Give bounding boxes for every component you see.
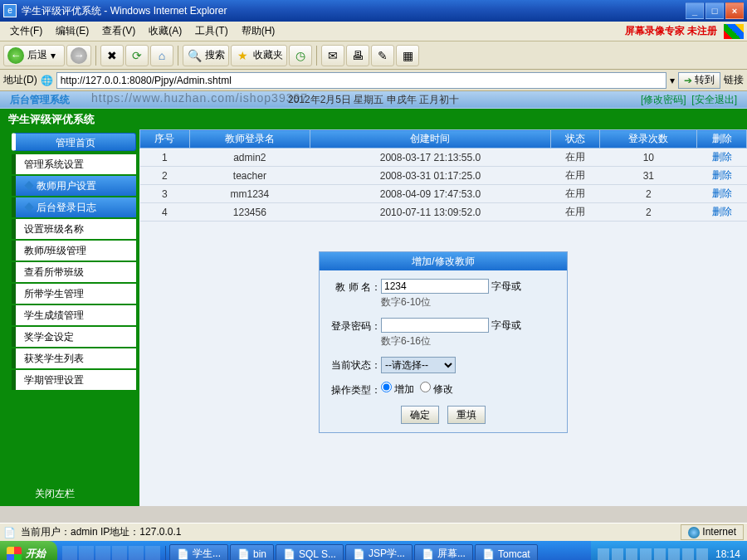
page-status-icon: 📄 — [3, 527, 16, 538]
sidebar-item-8[interactable]: 奖学金设定 — [12, 327, 136, 347]
sidebar-item-0[interactable]: 管理系统设置 — [12, 154, 136, 174]
cell-state: 在用 — [550, 149, 600, 167]
close-sidebar-link[interactable]: 关闭左栏 — [3, 479, 139, 506]
menu-help[interactable]: 帮助(H) — [235, 24, 282, 38]
tray-icon[interactable] — [612, 548, 623, 560]
op-modify-radio[interactable]: 修改 — [420, 383, 453, 395]
go-button[interactable]: ➔转到 — [678, 72, 720, 89]
sidebar-item-1[interactable]: 教师用户设置 — [12, 176, 136, 196]
cell-idx: 2 — [140, 167, 190, 185]
search-label: 搜索 — [205, 48, 225, 62]
favorites-button[interactable]: ★收藏夹 — [231, 45, 287, 66]
menu-fav[interactable]: 收藏(A) — [142, 24, 188, 38]
teacher-name-input[interactable] — [381, 279, 489, 294]
task-button[interactable]: 📄屏幕... — [414, 544, 473, 561]
cell-idx: 1 — [140, 149, 190, 167]
stop-button[interactable]: ✖ — [100, 45, 124, 66]
cell-count: 10 — [600, 149, 697, 167]
op-add-radio[interactable]: 增加 — [381, 383, 414, 395]
password-input[interactable] — [381, 318, 489, 333]
tray-icon[interactable] — [668, 548, 680, 560]
sidebar-item-2[interactable]: 后台登录日志 — [12, 197, 136, 217]
ql-icon[interactable] — [95, 546, 110, 561]
tool-button[interactable]: ▦ — [396, 45, 419, 66]
edit-button[interactable]: ✎ — [371, 45, 394, 66]
delete-link[interactable]: 删除 — [712, 187, 732, 199]
cell-count: 2 — [600, 203, 697, 222]
sidebar-item-6[interactable]: 所带学生管理 — [12, 284, 136, 304]
dropdown-icon: ▾ — [51, 50, 56, 61]
task-button[interactable]: 📄学生... — [169, 544, 228, 561]
menubar: 文件(F) 编辑(E) 查看(V) 收藏(A) 工具(T) 帮助(H) 屏幕录像… — [0, 22, 747, 41]
start-button[interactable]: 开始 — [0, 541, 57, 560]
print-button[interactable]: 🖶 — [346, 45, 369, 66]
tray-icon[interactable] — [654, 548, 666, 560]
history-button[interactable]: ◷ — [289, 45, 312, 66]
app-banner: 后台管理系统 2012年2月5日 星期五 申戌年 正月初十 https://ww… — [0, 91, 747, 108]
unregistered-notice: 屏幕录像专家 未注册 — [618, 24, 724, 38]
name-hint: 数字6-10位 — [381, 295, 557, 309]
cell-state: 在用 — [550, 185, 600, 203]
close-button[interactable]: × — [725, 2, 744, 19]
ql-icon[interactable] — [112, 546, 127, 561]
home-icon: ⌂ — [154, 48, 169, 63]
menu-file[interactable]: 文件(F) — [3, 24, 49, 38]
mail-icon: ✉ — [325, 48, 340, 63]
tray-icon[interactable] — [640, 548, 652, 560]
delete-link[interactable]: 删除 — [712, 151, 732, 163]
delete-link[interactable]: 删除 — [712, 169, 732, 181]
app-title-bar: 学生评级评优系统 — [0, 108, 747, 129]
menu-view[interactable]: 查看(V) — [95, 24, 142, 38]
ql-icon[interactable] — [79, 546, 94, 561]
pwd-suffix: 字母或 — [491, 319, 521, 331]
home-button[interactable]: ⌂ — [150, 45, 173, 66]
tray-icon[interactable] — [682, 548, 694, 560]
logout-link[interactable]: [安全退出] — [691, 94, 737, 105]
sidebar-item-4[interactable]: 教师/班级管理 — [12, 241, 136, 261]
tray-icon[interactable] — [626, 548, 637, 560]
links-label[interactable]: 链接 — [724, 73, 744, 87]
task-button[interactable]: 📄Tomcat — [475, 544, 538, 561]
status-bar: 📄 当前用户：admin IP地址：127.0.0.1 Internet — [0, 523, 747, 541]
pwd-label: 登录密码： — [330, 318, 381, 334]
submit-button[interactable]: 确定 — [401, 406, 439, 424]
forward-button[interactable]: → — [66, 45, 91, 66]
back-arrow-icon: ← — [7, 47, 24, 64]
sidebar-item-3[interactable]: 设置班级名称 — [12, 219, 136, 239]
tray-icon[interactable] — [598, 548, 609, 560]
task-button[interactable]: 📄SQL S... — [276, 544, 344, 561]
cell-time: 2008-03-31 01:17:25.0 — [310, 167, 551, 185]
address-input[interactable] — [56, 72, 666, 89]
sidebar-item-9[interactable]: 获奖学生列表 — [12, 348, 136, 368]
menu-tools[interactable]: 工具(T) — [188, 24, 234, 38]
change-password-link[interactable]: [修改密码] — [641, 94, 686, 105]
star-icon: ★ — [235, 48, 250, 63]
addr-dropdown-icon[interactable]: ▾ — [670, 75, 675, 86]
ql-icon[interactable] — [145, 546, 160, 561]
windows-flag-icon — [724, 24, 744, 39]
ql-icon[interactable] — [129, 546, 144, 561]
tray-icon[interactable] — [696, 548, 708, 560]
task-button[interactable]: 📄JSP学... — [345, 544, 413, 561]
minimize-button[interactable]: _ — [686, 2, 704, 19]
delete-link[interactable]: 删除 — [712, 206, 732, 217]
maximize-button[interactable]: □ — [706, 2, 724, 19]
cell-time: 2010-07-11 13:09:52.0 — [310, 203, 551, 222]
clock: 18:14 — [710, 548, 740, 560]
back-button[interactable]: ← 后退 ▾ — [3, 45, 65, 66]
sidebar-item-5[interactable]: 查看所带班级 — [12, 262, 136, 282]
menu-edit[interactable]: 编辑(E) — [49, 24, 95, 38]
window-titlebar: e 学生评级评优系统 - Windows Internet Explorer _… — [0, 0, 747, 22]
sidebar-header[interactable]: 管理首页 — [12, 133, 136, 151]
reset-button[interactable]: 重填 — [447, 406, 486, 424]
sidebar-item-7[interactable]: 学生成绩管理 — [12, 305, 136, 325]
task-button[interactable]: 📄bin — [230, 544, 274, 561]
mail-button[interactable]: ✉ — [321, 45, 344, 66]
state-select[interactable]: --请选择-- — [381, 357, 456, 373]
ql-icon[interactable] — [62, 546, 77, 561]
search-button[interactable]: 🔍搜索 — [183, 45, 229, 66]
banner-date: 2012年2月5日 星期五 申戌年 正月初十 — [288, 93, 459, 107]
sidebar-item-10[interactable]: 学期管理设置 — [12, 370, 136, 390]
refresh-button[interactable]: ⟳ — [125, 45, 149, 66]
globe-icon — [688, 527, 700, 538]
